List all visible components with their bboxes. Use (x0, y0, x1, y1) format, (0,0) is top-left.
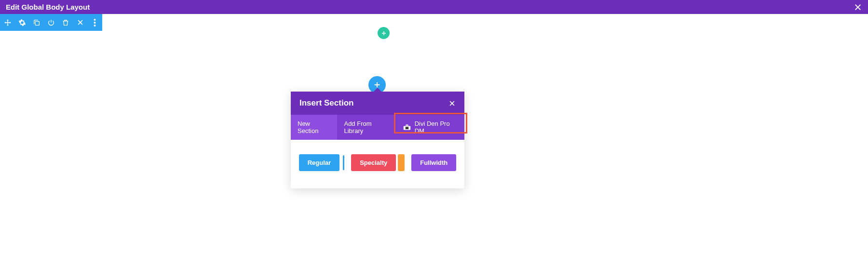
regular-button[interactable]: Regular (299, 154, 339, 171)
insert-section-modal: Insert Section New Section Add From Libr… (291, 92, 464, 188)
tab-divi-den-pro[interactable]: Divi Den Pro DM (396, 115, 464, 140)
tab-label: Add From Library (344, 120, 389, 134)
close-icon[interactable] (854, 3, 862, 12)
button-label: Regular (308, 159, 331, 166)
svg-point-7 (94, 25, 95, 27)
tab-label: New Section (298, 120, 330, 134)
tab-new-section[interactable]: New Section (291, 115, 337, 140)
gear-icon[interactable] (18, 19, 26, 27)
fullwidth-button[interactable]: Fullwidth (411, 154, 456, 171)
divi-den-icon (403, 124, 411, 131)
svg-point-5 (94, 19, 95, 21)
svg-rect-2 (35, 21, 39, 25)
page-title: Edit Global Body Layout (6, 3, 90, 11)
close-icon[interactable] (76, 19, 84, 27)
modal-tabs: New Section Add From Library Divi Den Pr… (291, 115, 464, 140)
button-label: Fullwidth (420, 159, 448, 166)
modal-header: Insert Section (291, 92, 464, 115)
tab-label: Divi Den Pro DM (415, 120, 458, 134)
svg-rect-15 (405, 127, 408, 129)
close-icon[interactable] (448, 100, 456, 107)
regular-button-wrap: Regular (299, 154, 344, 171)
trash-icon[interactable] (62, 19, 69, 27)
more-icon[interactable] (91, 19, 98, 27)
modal-title: Insert Section (299, 98, 353, 108)
svg-point-6 (94, 22, 95, 24)
tab-add-from-library[interactable]: Add From Library (337, 115, 396, 140)
move-icon[interactable] (4, 19, 12, 27)
duplicate-icon[interactable] (33, 19, 41, 27)
power-icon[interactable] (47, 19, 55, 27)
specialty-side-indicator (398, 154, 405, 171)
modal-body: Regular Specialty Fullwidth (291, 140, 464, 188)
modal-arrow (373, 88, 382, 93)
specialty-button[interactable]: Specialty (351, 154, 396, 171)
section-toolbar (0, 14, 102, 31)
add-section-button[interactable] (378, 27, 390, 39)
button-label: Specialty (360, 159, 387, 166)
top-bar: Edit Global Body Layout (0, 0, 868, 14)
specialty-button-wrap: Specialty (351, 154, 405, 171)
